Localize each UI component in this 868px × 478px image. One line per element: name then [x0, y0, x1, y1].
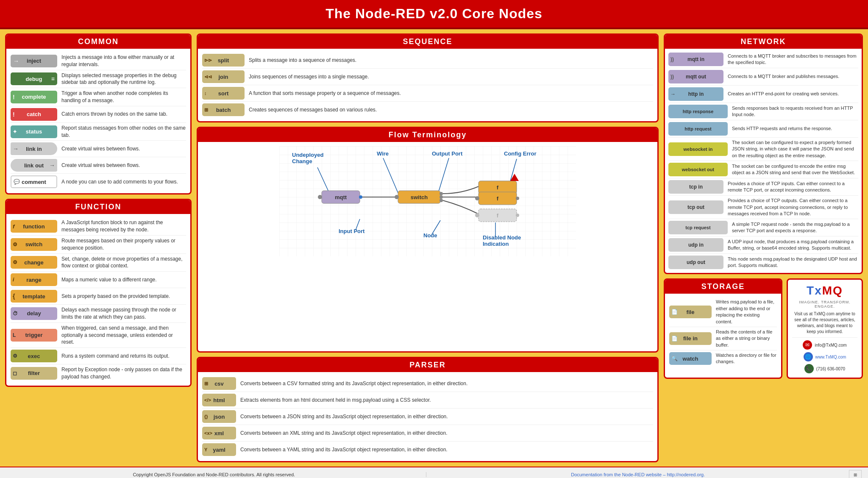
node-status: ✦ status Report status messages from oth…	[11, 123, 186, 141]
node-tcp-out: tcp out Provides a choice of TCP outputs…	[668, 196, 858, 219]
node-range: i range Maps a numeric value to a differ…	[11, 272, 186, 288]
html-pill[interactable]: </> html	[202, 394, 236, 406]
trigger-pill[interactable]: L trigger	[11, 329, 57, 342]
col-right: NETWORK )) mqtt in Connects to a MQTT br…	[664, 33, 863, 462]
function-pill[interactable]: f function	[11, 220, 57, 233]
file-in-pill[interactable]: 📄 file in	[669, 332, 712, 345]
svg-text:f: f	[497, 184, 499, 191]
svg-text:Change: Change	[292, 158, 312, 164]
svg-text:Undeployed: Undeployed	[292, 152, 323, 158]
filter-pill[interactable]: ◻ filter	[11, 367, 57, 380]
node-udp-in: udp in A UDP input node, that produces a…	[668, 236, 858, 254]
node-exec: ⚙ exec Runs a system command and returns…	[11, 348, 186, 364]
footer-copyright: Copyright OpenJS Foundation and Node-RED…	[6, 472, 426, 477]
tcp-request-pill[interactable]: tcp request	[668, 221, 728, 234]
network-body: )) mqtt in Connects to a MQTT broker and…	[665, 49, 862, 273]
file-pill[interactable]: 📄 file	[669, 306, 712, 318]
exec-pill[interactable]: ⚙ exec	[11, 350, 57, 362]
split-pill[interactable]: ⊳⊳ split	[202, 54, 245, 67]
parser-header: PARSER	[198, 358, 657, 372]
node-mqtt-out: )) mqtt out Connects to a MQTT broker an…	[668, 68, 858, 86]
tcp-in-pill[interactable]: tcp in	[668, 180, 723, 194]
http-request-pill[interactable]: http request	[668, 122, 728, 136]
svg-text:mqtt: mqtt	[335, 194, 347, 200]
xml-pill[interactable]: <x> xml	[202, 427, 236, 439]
main-content: COMMON → inject Injects a message into a…	[0, 29, 868, 467]
node-html: </> html Extracts elements from an html …	[202, 392, 653, 409]
mqtt-out-pill[interactable]: )) mqtt out	[668, 70, 723, 83]
txmq-logo: TxMQ	[807, 284, 843, 297]
http-in-pill[interactable]: → http in	[668, 87, 723, 101]
parser-body: ⊞ csv Converts between a CSV formatted s…	[198, 372, 657, 461]
status-pill[interactable]: ✦ status	[11, 125, 57, 138]
udp-out-pill[interactable]: udp out	[668, 256, 723, 269]
node-websocket-in: websocket in The socket can be configure…	[668, 138, 858, 161]
join-pill[interactable]: ⊲⊲ join	[202, 70, 245, 83]
svg-point-18	[440, 195, 443, 199]
range-pill[interactable]: i range	[11, 273, 57, 286]
footer-docs[interactable]: Documentation from the Node-RED website …	[426, 472, 846, 477]
node-http-request: http request Sends HTTP requests and ret…	[668, 120, 858, 138]
txmq-box: TxMQ IMAGINE. TRANSFORM. ENGAGE. Visit u…	[787, 278, 863, 379]
svg-text:Indication: Indication	[483, 241, 509, 247]
sequence-body: ⊳⊳ split Splits a message into a sequenc…	[198, 49, 657, 121]
header-title: The Node-RED v2.0 Core Nodes	[326, 6, 542, 21]
phone-icon: 📞	[804, 364, 814, 373]
main-header: The Node-RED v2.0 Core Nodes	[0, 0, 868, 29]
websocket-in-pill[interactable]: websocket in	[668, 142, 728, 156]
svg-point-24	[475, 196, 479, 200]
yaml-pill[interactable]: Y yaml	[202, 443, 236, 456]
node-delay: ⏱ delay Delays each message passing thro…	[11, 305, 186, 323]
sort-pill[interactable]: ↕ sort	[202, 87, 245, 100]
link-out-pill[interactable]: link out →	[11, 159, 57, 172]
node-xml: <x> xml Converts between an XML string a…	[202, 425, 653, 442]
svg-text:Output Port: Output Port	[432, 150, 463, 157]
node-switch: ⚙ switch Route messages based on their p…	[11, 236, 186, 254]
svg-point-15	[395, 195, 399, 199]
node-json: {} json Converts between a JSON string a…	[202, 409, 653, 425]
tcp-out-pill[interactable]: tcp out	[668, 200, 723, 214]
udp-in-pill[interactable]: udp in	[668, 238, 723, 252]
svg-text:Config Error: Config Error	[504, 150, 537, 157]
flow-diagram-body: Undeployed Change Wire Output Port Confi…	[198, 142, 657, 261]
txmq-website[interactable]: 🌐 www.TxMQ.com	[804, 352, 846, 361]
svg-point-17	[440, 192, 443, 195]
template-pill[interactable]: { template	[11, 290, 57, 303]
svg-point-30	[516, 214, 519, 217]
change-pill[interactable]: ⚙ change	[11, 256, 57, 269]
node-comment: 💬 comment A node you can use to add comm…	[11, 174, 186, 190]
link-in-pill[interactable]: → link in	[11, 142, 57, 155]
switch-pill[interactable]: ⚙ switch	[11, 238, 57, 251]
node-trigger: L trigger When triggered, can send a mes…	[11, 323, 186, 348]
delay-pill[interactable]: ⏱ delay	[11, 307, 57, 320]
node-mqtt-in: )) mqtt in Connects to a MQTT broker and…	[668, 51, 858, 68]
network-section: NETWORK )) mqtt in Connects to a MQTT br…	[664, 33, 863, 274]
svg-text:switch: switch	[411, 194, 428, 200]
inject-pill[interactable]: → inject	[11, 55, 57, 67]
node-tcp-request: tcp request A simple TCP request node - …	[668, 219, 858, 236]
website-icon: 🌐	[804, 352, 813, 361]
comment-pill[interactable]: 💬 comment	[11, 175, 57, 188]
node-filter: ◻ filter Report by Exception node - only…	[11, 364, 186, 382]
svg-text:Wire: Wire	[377, 150, 389, 157]
svg-text:Node: Node	[423, 232, 437, 239]
svg-text:Disabled Node: Disabled Node	[483, 234, 521, 241]
batch-pill[interactable]: ⊞ batch	[202, 103, 245, 116]
common-header: COMMON	[6, 35, 190, 49]
debug-pill[interactable]: debug ≡	[11, 72, 57, 85]
expand-button[interactable]: ⊞	[849, 470, 862, 478]
websocket-out-pill[interactable]: websocket out	[668, 163, 728, 176]
node-websocket-out: websocket out The socket can be configur…	[668, 161, 858, 178]
http-response-pill[interactable]: http response	[668, 105, 728, 118]
storage-header: STORAGE	[665, 280, 781, 294]
mqtt-in-pill[interactable]: )) mqtt in	[668, 53, 723, 66]
complete-pill[interactable]: ! complete	[11, 91, 57, 103]
watch-pill[interactable]: 🔍 watch	[669, 352, 712, 365]
sequence-section: SEQUENCE ⊳⊳ split Splits a message into …	[197, 33, 659, 122]
txmq-phone: 📞 (716) 636-0070	[804, 364, 845, 373]
page-wrapper: The Node-RED v2.0 Core Nodes COMMON → in…	[0, 0, 868, 478]
catch-pill[interactable]: ! catch	[11, 108, 57, 121]
storage-section: STORAGE 📄 file Writes msg.payload to a f…	[664, 278, 782, 379]
json-pill[interactable]: {} json	[202, 410, 236, 423]
csv-pill[interactable]: ⊞ csv	[202, 377, 236, 390]
